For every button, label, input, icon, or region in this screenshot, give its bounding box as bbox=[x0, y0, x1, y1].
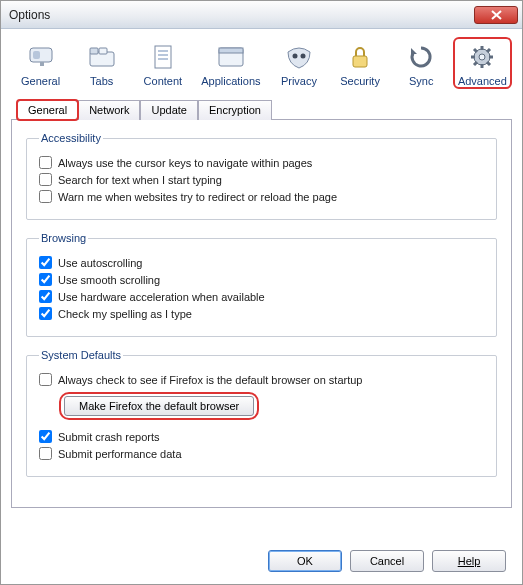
checkbox-submit-perf[interactable] bbox=[39, 447, 52, 460]
toolbar-label: General bbox=[11, 75, 70, 87]
button-label: Make Firefox the default browser bbox=[79, 400, 239, 412]
toolbar-label: Privacy bbox=[269, 75, 328, 87]
svg-line-21 bbox=[474, 49, 477, 52]
svg-rect-7 bbox=[158, 50, 168, 52]
toolbar-label: Security bbox=[331, 75, 390, 87]
svg-rect-14 bbox=[353, 56, 367, 67]
make-default-button[interactable]: Make Firefox the default browser bbox=[64, 396, 254, 416]
svg-point-13 bbox=[300, 54, 305, 59]
mask-icon bbox=[283, 41, 315, 73]
svg-rect-11 bbox=[219, 48, 243, 53]
checkbox-check-default[interactable] bbox=[39, 373, 52, 386]
lock-icon bbox=[344, 41, 376, 73]
opt-submit-perf: Submit performance data bbox=[39, 447, 484, 460]
checkbox-autoscrolling[interactable] bbox=[39, 256, 52, 269]
opt-label: Always use the cursor keys to navigate w… bbox=[58, 157, 312, 169]
toolbar-content[interactable]: Content bbox=[133, 37, 192, 89]
toolbar-label: Applications bbox=[194, 75, 267, 87]
toolbar-sync[interactable]: Sync bbox=[392, 37, 451, 89]
toolbar-applications[interactable]: Applications bbox=[194, 37, 267, 89]
checkbox-spellcheck[interactable] bbox=[39, 307, 52, 320]
toolbar-privacy[interactable]: Privacy bbox=[269, 37, 328, 89]
opt-label: Always check to see if Firefox is the de… bbox=[58, 374, 362, 386]
close-button[interactable] bbox=[474, 6, 518, 24]
opt-spellcheck: Check my spelling as I type bbox=[39, 307, 484, 320]
svg-rect-2 bbox=[40, 62, 44, 66]
svg-rect-8 bbox=[158, 54, 168, 56]
switch-icon bbox=[25, 41, 57, 73]
checkbox-cursor-keys[interactable] bbox=[39, 156, 52, 169]
category-toolbar: General Tabs Content Applications Privac… bbox=[11, 37, 512, 89]
checkbox-warn-redirect[interactable] bbox=[39, 190, 52, 203]
opt-label: Submit crash reports bbox=[58, 431, 159, 443]
browsing-group: Browsing Use autoscrolling Use smooth sc… bbox=[26, 232, 497, 337]
tab-encryption[interactable]: Encryption bbox=[198, 100, 272, 120]
opt-label: Submit performance data bbox=[58, 448, 182, 460]
opt-warn-redirect: Warn me when websites try to redirect or… bbox=[39, 190, 484, 203]
checkbox-search-typing[interactable] bbox=[39, 173, 52, 186]
opt-autoscrolling: Use autoscrolling bbox=[39, 256, 484, 269]
checkbox-hw-accel[interactable] bbox=[39, 290, 52, 303]
opt-submit-crash: Submit crash reports bbox=[39, 430, 484, 443]
tabs-icon bbox=[86, 41, 118, 73]
toolbar-general[interactable]: General bbox=[11, 37, 70, 89]
gear-icon bbox=[466, 41, 498, 73]
titlebar: Options bbox=[1, 1, 522, 29]
toolbar-security[interactable]: Security bbox=[331, 37, 390, 89]
close-icon bbox=[491, 10, 502, 20]
svg-point-12 bbox=[292, 54, 297, 59]
tab-panel: Accessibility Always use the cursor keys… bbox=[11, 120, 512, 508]
opt-hw-accel: Use hardware acceleration when available bbox=[39, 290, 484, 303]
accessibility-group: Accessibility Always use the cursor keys… bbox=[26, 132, 497, 220]
sync-icon bbox=[405, 41, 437, 73]
opt-label: Use smooth scrolling bbox=[58, 274, 160, 286]
ok-button[interactable]: OK bbox=[268, 550, 342, 572]
toolbar-label: Tabs bbox=[72, 75, 131, 87]
opt-check-default: Always check to see if Firefox is the de… bbox=[39, 373, 484, 386]
opt-label: Use hardware acceleration when available bbox=[58, 291, 265, 303]
document-icon bbox=[147, 41, 179, 73]
svg-rect-4 bbox=[90, 48, 98, 54]
checkbox-smooth-scrolling[interactable] bbox=[39, 273, 52, 286]
opt-search-typing: Search for text when I start typing bbox=[39, 173, 484, 186]
window-title: Options bbox=[9, 8, 474, 22]
toolbar-label: Advanced bbox=[455, 75, 510, 87]
checkbox-submit-crash[interactable] bbox=[39, 430, 52, 443]
group-legend: Accessibility bbox=[39, 132, 103, 144]
tab-network[interactable]: Network bbox=[78, 100, 140, 120]
svg-rect-5 bbox=[99, 48, 107, 54]
svg-line-22 bbox=[487, 62, 490, 65]
toolbar-label: Content bbox=[133, 75, 192, 87]
cancel-button[interactable]: Cancel bbox=[350, 550, 424, 572]
highlight-ring: Make Firefox the default browser bbox=[59, 392, 259, 420]
group-legend: Browsing bbox=[39, 232, 88, 244]
toolbar-advanced[interactable]: Advanced bbox=[453, 37, 512, 89]
button-label: Help bbox=[458, 555, 481, 567]
system-defaults-group: System Defaults Always check to see if F… bbox=[26, 349, 497, 477]
tab-update[interactable]: Update bbox=[140, 100, 197, 120]
svg-rect-1 bbox=[33, 51, 40, 59]
svg-rect-9 bbox=[158, 58, 168, 60]
subtab-row: General Network Update Encryption bbox=[11, 99, 512, 120]
opt-label: Search for text when I start typing bbox=[58, 174, 222, 186]
dialog-footer: OK Cancel Help bbox=[268, 550, 506, 572]
toolbar-tabs[interactable]: Tabs bbox=[72, 37, 131, 89]
svg-line-23 bbox=[487, 49, 490, 52]
opt-label: Use autoscrolling bbox=[58, 257, 142, 269]
opt-label: Warn me when websites try to redirect or… bbox=[58, 191, 337, 203]
group-legend: System Defaults bbox=[39, 349, 123, 361]
toolbar-label: Sync bbox=[392, 75, 451, 87]
tab-general[interactable]: General bbox=[17, 100, 78, 120]
svg-line-24 bbox=[474, 62, 477, 65]
opt-label: Check my spelling as I type bbox=[58, 308, 192, 320]
window-icon bbox=[215, 41, 247, 73]
help-button[interactable]: Help bbox=[432, 550, 506, 572]
svg-rect-6 bbox=[155, 46, 171, 68]
opt-smooth-scrolling: Use smooth scrolling bbox=[39, 273, 484, 286]
svg-point-16 bbox=[479, 54, 485, 60]
opt-cursor-keys: Always use the cursor keys to navigate w… bbox=[39, 156, 484, 169]
